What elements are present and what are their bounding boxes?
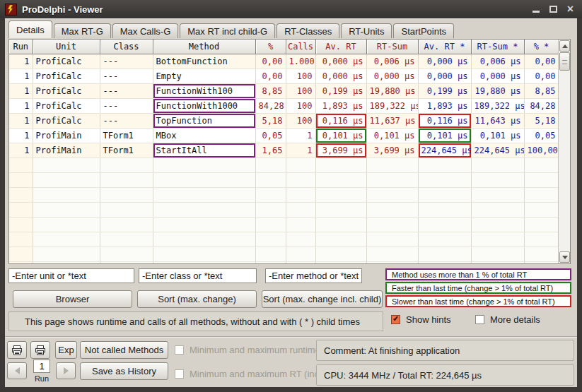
empty-row (9, 172, 559, 187)
next-run-button[interactable] (56, 362, 76, 379)
tab-max-rt-g[interactable]: Max RT-G (54, 23, 111, 38)
tab-startpoints[interactable]: StartPoints (393, 23, 454, 38)
table-cell: ProfiCalc (33, 54, 100, 69)
table-cell: 1 (286, 128, 315, 143)
section-divider (5, 336, 577, 338)
table-row[interactable]: 1ProfiCalc---FunctionWith100084,281001,8… (9, 98, 559, 113)
maximize-icon[interactable] (549, 4, 557, 14)
column-header-calls[interactable]: Calls (286, 40, 315, 54)
filter-class-input[interactable] (139, 268, 257, 283)
previous-run-button[interactable] (7, 362, 27, 379)
right-arrow-icon (64, 367, 69, 374)
table-cell: Empty (153, 69, 255, 83)
table-cell: 0,00 (255, 54, 286, 69)
column-header--[interactable]: % * (524, 40, 559, 54)
browser-button[interactable]: Browser (13, 290, 132, 308)
table-cell: 0,116 µs (418, 113, 471, 128)
column-header-run[interactable]: Run (9, 40, 33, 54)
tab-max-rt-incl-child-g[interactable]: Max RT incl child-G (180, 23, 275, 38)
table-cell: --- (100, 98, 153, 113)
table-cell: 0,199 µs (315, 83, 366, 98)
column-header-rt-sum-[interactable]: RT-Sum * (471, 40, 524, 54)
table-cell: 0,000 µs (366, 69, 418, 83)
table-cell: 0,101 µs (366, 128, 418, 143)
table-cell: 8,85 (524, 83, 559, 98)
table-cell: 100,00 (524, 143, 559, 158)
show-hints-checkbox[interactable] (391, 315, 400, 324)
table-cell: 0,116 µs (315, 113, 366, 128)
sort-max-change-button[interactable]: Sort (max. change) (137, 290, 257, 308)
title-bar: ProDelphi - Viewer × (0, 0, 582, 18)
close-icon[interactable]: × (567, 4, 574, 14)
scrollbar-thumb[interactable] (559, 52, 570, 71)
vertical-scrollbar[interactable] (558, 40, 570, 263)
show-hints-group: Show hints (391, 314, 451, 325)
legend-method-over-1pct: Method uses more than 1 % of total RT (385, 268, 571, 280)
tab-rt-classes[interactable]: RT-Classes (277, 23, 339, 38)
column-header-method[interactable]: Method (153, 40, 255, 54)
print-button-1[interactable] (7, 341, 27, 359)
table-cell: 0,000 µs (418, 54, 471, 69)
table-row[interactable]: 1ProfiCalc---TopFunction5,181000,116 µs1… (9, 113, 559, 128)
not-called-methods-button[interactable]: Not called Methods (80, 341, 168, 359)
table-cell: FunctionWith100 (153, 83, 255, 98)
column-header-unit[interactable]: Unit (33, 40, 100, 54)
filter-method-input[interactable] (265, 268, 362, 283)
column-header--[interactable]: % (255, 40, 286, 54)
table-cell: 3,699 µs (315, 143, 366, 158)
table-cell: TForm1 (100, 143, 153, 158)
table-cell: 1 (9, 69, 33, 83)
table-cell: 11,637 µs (366, 113, 418, 128)
column-header-class[interactable]: Class (100, 40, 153, 54)
table-cell: BottomFunction (153, 54, 255, 69)
empty-row (9, 217, 559, 232)
table-cell: 0,000 µs (471, 69, 524, 83)
table-cell: 0,000 µs (315, 54, 366, 69)
print-button-2[interactable] (30, 341, 50, 359)
scroll-down-icon[interactable] (559, 251, 570, 263)
export-button[interactable]: Exp (55, 341, 77, 359)
table-cell: FunctionWith1000 (153, 98, 255, 113)
column-header-rt-sum[interactable]: RT-Sum (366, 40, 418, 54)
table-cell: ProfiCalc (33, 69, 100, 83)
save-as-history-button[interactable]: Save as History (80, 362, 168, 380)
tab-rt-units[interactable]: RT-Units (341, 23, 392, 38)
column-header-av-rt[interactable]: Av. RT (315, 40, 366, 54)
scroll-up-icon[interactable] (559, 40, 570, 52)
show-hints-label: Show hints (406, 314, 451, 325)
minimize-icon[interactable] (532, 4, 540, 14)
table-cell: 189,322 µs (366, 98, 418, 113)
results-table: RunUnitClassMethod%CallsAv. RTRT-SumAv. … (9, 40, 559, 264)
table-cell: --- (100, 69, 153, 83)
table-cell: 100 (286, 83, 315, 98)
min-max-rt-checkbox (175, 345, 184, 355)
table-cell: 100 (286, 69, 315, 83)
table-cell: 1 (9, 113, 33, 128)
table-cell: 1 (9, 98, 33, 113)
table-cell: 0,006 µs (366, 54, 418, 69)
table-cell: 1 (9, 143, 33, 158)
run-number-field[interactable]: 1 (33, 360, 50, 373)
table-cell: StartItAll (153, 143, 255, 158)
tab-details[interactable]: Details (8, 20, 52, 38)
table-cell: 0,05 (524, 128, 559, 143)
table-row[interactable]: 1ProfiCalc---BottomFunction0,001.0000,00… (9, 54, 559, 69)
table-row[interactable]: 1ProfiMainTForm1MBox0,0510,101 µs0,101 µ… (9, 128, 559, 143)
table-row[interactable]: 1ProfiCalc---Empty0,001000,000 µs0,000 µ… (9, 69, 559, 83)
table-row[interactable]: 1ProfiCalc---FunctionWith1008,851000,199… (9, 83, 559, 98)
more-details-checkbox[interactable] (475, 315, 484, 324)
tab-max-calls-g[interactable]: Max Calls-G (112, 23, 179, 38)
app-lightning-icon (5, 4, 17, 16)
results-grid: RunUnitClassMethod%CallsAv. RTRT-SumAv. … (8, 39, 571, 264)
column-header-av-rt-[interactable]: Av. RT * (418, 40, 471, 54)
table-cell: ProfiMain (33, 143, 100, 158)
legend-faster: Faster than last time (change > 1% of to… (385, 282, 571, 294)
table-cell: 0,05 (255, 128, 286, 143)
table-cell: ProfiCalc (33, 113, 100, 128)
table-cell: 100 (286, 98, 315, 113)
table-cell: 1,893 µs (315, 98, 366, 113)
filter-unit-input[interactable] (8, 268, 134, 283)
table-row[interactable]: 1ProfiMainTForm1StartItAll1,6513,699 µs3… (9, 143, 559, 158)
sort-max-change-child-button[interactable]: Sort (max. change incl. child) (262, 290, 383, 308)
table-cell: 19,880 µs (471, 83, 524, 98)
